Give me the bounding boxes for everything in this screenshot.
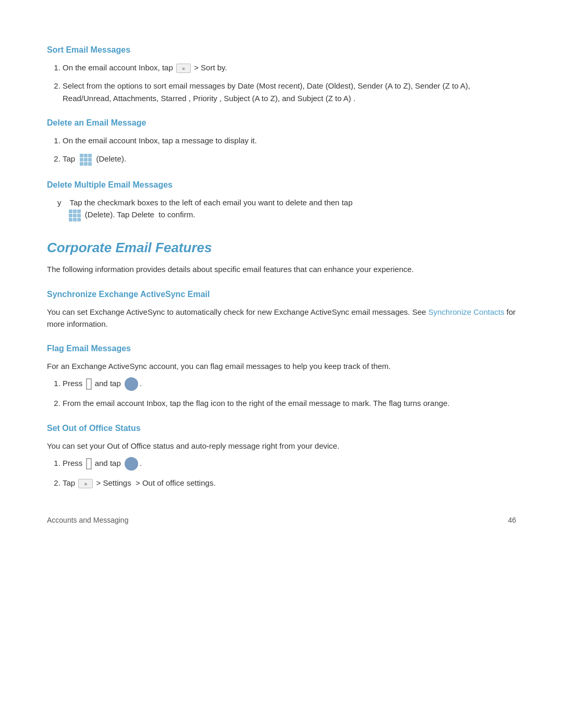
and-tap-label-2: and tap <box>95 459 121 467</box>
delete-multiple-grid-icon <box>68 208 81 222</box>
sort-email-steps: On the email account Inbox, tap ≡ > Sort… <box>63 61 516 104</box>
delete-multiple-heading: Delete Multiple Email Messages <box>47 179 516 191</box>
delete-grid-icon <box>79 153 92 166</box>
footer-left: Accounts and Messaging <box>47 515 128 526</box>
svg-rect-9 <box>69 209 72 213</box>
svg-rect-1 <box>84 154 88 157</box>
svg-rect-0 <box>80 154 83 157</box>
press-bracket-icon-2 <box>86 458 92 470</box>
svg-rect-6 <box>80 162 83 166</box>
delete-step-1: On the email account Inbox, tap a messag… <box>63 134 516 146</box>
svg-rect-8 <box>88 162 92 166</box>
svg-rect-17 <box>77 218 81 221</box>
corporate-intro: The following information provides detai… <box>47 263 516 275</box>
flag-email-steps: Press and tap . From the email account I… <box>63 377 516 409</box>
sort-step-1: On the email account Inbox, tap ≡ > Sort… <box>63 61 516 73</box>
out-of-office-steps: Press and tap . Tap ≡ > Settings > Out o… <box>63 457 516 489</box>
oof-menu-icon: ≡ <box>78 479 93 488</box>
page-footer: Accounts and Messaging 46 <box>47 515 516 526</box>
out-of-office-heading: Set Out of Office Status <box>47 422 516 435</box>
delete-email-heading: Delete an Email Message <box>47 117 516 129</box>
press-label-2: Press <box>63 459 82 467</box>
sort-step-2: Select from the options to sort email me… <box>63 80 516 104</box>
delete-multiple-bullets: Tap the checkmark boxes to the left of e… <box>57 196 516 222</box>
svg-rect-3 <box>80 158 83 162</box>
delete-step-2: Tap (Delete). <box>63 153 516 166</box>
svg-rect-11 <box>77 209 81 213</box>
out-of-office-body: You can set your Out of Office status an… <box>47 440 516 452</box>
and-tap-label-1: and tap <box>95 379 121 388</box>
svg-rect-5 <box>88 158 92 162</box>
press-bracket-icon-1 <box>86 378 92 390</box>
sort-menu-icon: ≡ <box>176 64 191 73</box>
sort-email-heading: Sort Email Messages <box>47 44 516 56</box>
delete-email-steps: On the email account Inbox, tap a messag… <box>63 134 516 166</box>
tap-round-btn-icon-1 <box>125 377 138 391</box>
flag-step-1: Press and tap . <box>63 377 516 391</box>
svg-rect-13 <box>73 214 77 217</box>
svg-rect-4 <box>84 158 88 162</box>
press-label-1: Press <box>63 379 82 388</box>
oof-step-2: Tap ≡ > Settings > Out of office setting… <box>63 477 516 489</box>
sync-exchange-body: You can set Exchange ActiveSync to autom… <box>47 306 516 330</box>
svg-rect-2 <box>88 154 92 157</box>
sync-contacts-link[interactable]: Synchronize Contacts <box>429 307 505 316</box>
svg-rect-15 <box>69 218 72 221</box>
corporate-heading: Corporate Email Features <box>47 238 516 258</box>
flag-step-2: From the email account Inbox, tap the fl… <box>63 397 516 409</box>
svg-rect-14 <box>77 214 81 217</box>
svg-rect-12 <box>69 214 72 217</box>
sync-exchange-heading: Synchronize Exchange ActiveSync Email <box>47 288 516 301</box>
svg-rect-10 <box>73 209 77 213</box>
flag-email-body: For an Exchange ActiveSync account, you … <box>47 360 516 372</box>
delete-multiple-bullet-1: Tap the checkmark boxes to the left of e… <box>57 196 516 222</box>
tap-round-btn-icon-2 <box>125 457 138 471</box>
svg-rect-16 <box>73 218 77 221</box>
oof-step-1: Press and tap . <box>63 457 516 471</box>
flag-email-heading: Flag Email Messages <box>47 342 516 355</box>
footer-page-number: 46 <box>508 515 516 526</box>
svg-rect-7 <box>84 162 88 166</box>
